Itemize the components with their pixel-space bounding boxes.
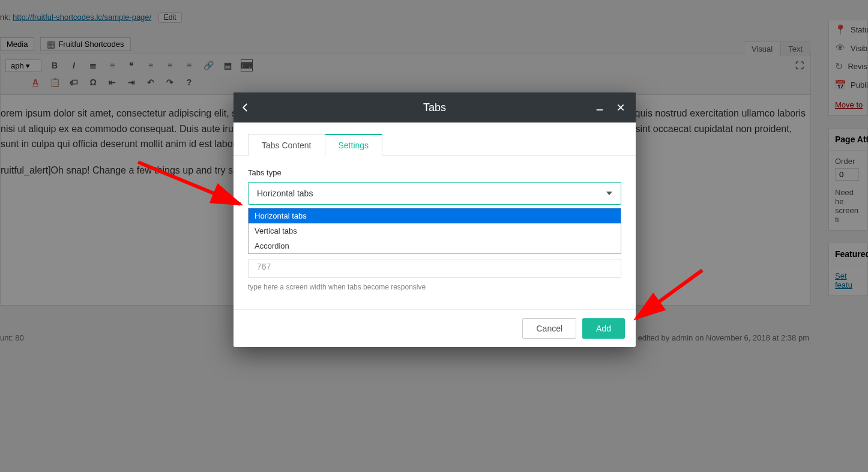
- close-icon[interactable]: [609, 92, 633, 123]
- minimize-icon[interactable]: [588, 92, 612, 123]
- tabs-type-dropdown: Horizontal tabs Vertical tabs Accordion: [248, 208, 621, 254]
- dropdown-option[interactable]: Vertical tabs: [249, 223, 621, 238]
- help-text: type here a screen width when tabs becom…: [248, 283, 621, 291]
- tab-tabs-content[interactable]: Tabs Content: [248, 134, 325, 156]
- chevron-down-icon: [606, 192, 612, 195]
- cancel-button[interactable]: Cancel: [522, 318, 576, 339]
- modal-title: Tabs: [234, 101, 636, 114]
- tab-settings[interactable]: Settings: [325, 134, 383, 156]
- add-button[interactable]: Add: [582, 318, 625, 339]
- tabs-type-label: Tabs type: [248, 168, 621, 177]
- tabs-type-select[interactable]: Horizontal tabs: [248, 182, 621, 205]
- tabs-modal: Tabs Tabs Content Settings Tabs type Hor…: [234, 92, 636, 347]
- dropdown-option[interactable]: Accordion: [249, 238, 621, 253]
- back-icon[interactable]: [234, 92, 258, 123]
- responsive-width-input[interactable]: 767: [248, 259, 621, 278]
- dropdown-option[interactable]: Horizontal tabs: [249, 208, 621, 223]
